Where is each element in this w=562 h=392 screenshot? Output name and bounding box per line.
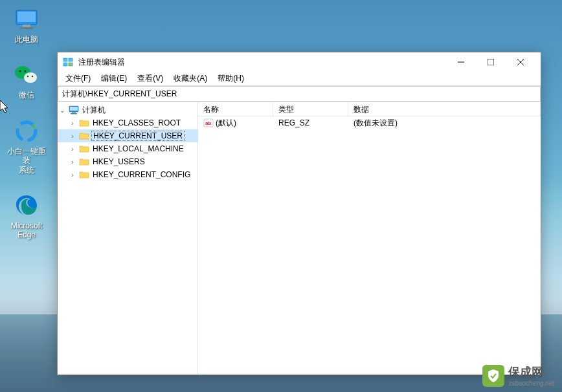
menu-file[interactable]: 文件(F) (60, 72, 96, 85)
menu-help[interactable]: 帮助(H) (212, 72, 249, 85)
folder-icon (79, 144, 89, 153)
menu-view[interactable]: 查看(V) (132, 72, 168, 85)
desktop-icon-xiaobaiyijian[interactable]: 小白一键重装 系统 (4, 118, 49, 175)
desktop-icon-label: 小白一键重装 系统 (4, 147, 49, 175)
value-name: (默认) (216, 118, 236, 129)
string-value-icon: ab (203, 118, 214, 127)
svg-rect-14 (63, 63, 67, 66)
regedit-icon (63, 57, 73, 67)
svg-point-5 (24, 72, 37, 83)
list-row[interactable]: ab (默认) REG_SZ (数值未设置) (198, 116, 541, 129)
watermark-sub: zsbaocheng.net (508, 380, 554, 387)
svg-point-7 (25, 71, 27, 72)
tree-panel: ⌄ 计算机 › HKEY_CLASSES_ROOT › HKEY_CURRENT… (58, 102, 198, 375)
maximize-button[interactable] (476, 52, 506, 72)
address-text: 计算机\HKEY_CURRENT_USER (62, 89, 177, 100)
folder-icon (79, 157, 89, 166)
collapse-icon[interactable]: ⌄ (58, 107, 67, 114)
watermark: 保成网 zsbaocheng.net (482, 364, 554, 387)
tree-node-computer[interactable]: ⌄ 计算机 (58, 103, 197, 116)
value-data: (数值未设置) (348, 116, 541, 130)
header-data[interactable]: 数据 (348, 102, 541, 116)
expand-icon[interactable]: › (68, 158, 77, 166)
svg-rect-15 (69, 63, 73, 66)
expand-icon[interactable]: › (68, 171, 77, 179)
list-header: 名称 类型 数据 (198, 102, 541, 116)
reinstall-icon (14, 118, 39, 144)
address-bar[interactable]: 计算机\HKEY_CURRENT_USER (58, 86, 541, 102)
cursor-icon (0, 100, 10, 114)
svg-point-8 (27, 76, 28, 77)
tree-node-hkcr[interactable]: › HKEY_CLASSES_ROOT (58, 116, 197, 129)
list-panel: 名称 类型 数据 ab (默认) REG_SZ (数值未设置) (198, 102, 541, 375)
tree-label: HKEY_LOCAL_MACHINE (91, 144, 185, 153)
tree-label: HKEY_CURRENT_USER (91, 131, 185, 141)
menubar: 文件(F) 编辑(E) 查看(V) 收藏夹(A) 帮助(H) (58, 72, 541, 86)
titlebar[interactable]: 注册表编辑器 (58, 52, 541, 72)
desktop-icon-wechat[interactable]: 微信 (4, 62, 49, 100)
header-name[interactable]: 名称 (198, 102, 273, 116)
desktop-icon-label: 微信 (19, 91, 34, 100)
folder-icon (79, 118, 89, 127)
svg-rect-2 (23, 25, 30, 27)
svg-text:ab: ab (205, 120, 211, 126)
header-type[interactable]: 类型 (273, 102, 348, 116)
desktop-icon-label: Microsoft Edge (11, 221, 43, 240)
menu-favorites[interactable]: 收藏夹(A) (168, 72, 212, 85)
svg-rect-17 (488, 59, 494, 65)
tree-label: HKEY_USERS (91, 157, 146, 166)
svg-rect-13 (69, 58, 73, 61)
desktop-icon-this-pc[interactable]: 此电脑 (4, 6, 49, 44)
desktop-icon-label: 此电脑 (15, 35, 38, 44)
window-title: 注册表编辑器 (78, 57, 446, 68)
expand-icon[interactable]: › (68, 120, 77, 127)
content-area: ⌄ 计算机 › HKEY_CLASSES_ROOT › HKEY_CURRENT… (58, 102, 541, 375)
folder-icon (79, 170, 89, 179)
expand-icon[interactable]: › (68, 146, 77, 153)
tree-label: 计算机 (81, 105, 107, 116)
svg-point-11 (17, 122, 36, 140)
wechat-icon (14, 62, 39, 88)
svg-point-6 (19, 71, 21, 72)
regedit-window: 注册表编辑器 文件(F) 编辑(E) 查看(V) 收藏夹(A) 帮助(H) 计算… (57, 52, 541, 375)
tree-label: HKEY_CURRENT_CONFIG (91, 170, 192, 179)
svg-rect-1 (17, 12, 36, 22)
minimize-button[interactable] (446, 52, 476, 72)
computer-icon (69, 105, 79, 114)
watermark-badge-icon (482, 365, 504, 387)
close-button[interactable] (506, 52, 535, 72)
value-type: REG_SZ (273, 117, 348, 129)
tree-node-hkcc[interactable]: › HKEY_CURRENT_CONFIG (58, 168, 197, 181)
tree-node-hkcu[interactable]: › HKEY_CURRENT_USER (58, 129, 197, 142)
tree-node-hku[interactable]: › HKEY_USERS (58, 155, 197, 168)
tree-node-hklm[interactable]: › HKEY_LOCAL_MACHINE (58, 142, 197, 155)
expand-icon[interactable]: › (68, 133, 77, 140)
svg-rect-21 (70, 107, 78, 111)
svg-rect-23 (71, 113, 77, 114)
svg-rect-12 (63, 58, 67, 61)
svg-rect-22 (72, 112, 76, 113)
folder-icon (79, 131, 89, 140)
desktop-icons: 此电脑 微信 小白一键重装 系统 Microsoft Edge (4, 6, 49, 240)
watermark-main: 保成网 (508, 364, 554, 380)
menu-edit[interactable]: 编辑(E) (96, 72, 132, 85)
edge-icon (14, 193, 39, 219)
svg-rect-3 (20, 27, 33, 29)
desktop-icon-edge[interactable]: Microsoft Edge (4, 193, 49, 240)
svg-point-9 (32, 76, 33, 77)
tree-label: HKEY_CLASSES_ROOT (91, 118, 182, 127)
monitor-icon (14, 6, 39, 32)
